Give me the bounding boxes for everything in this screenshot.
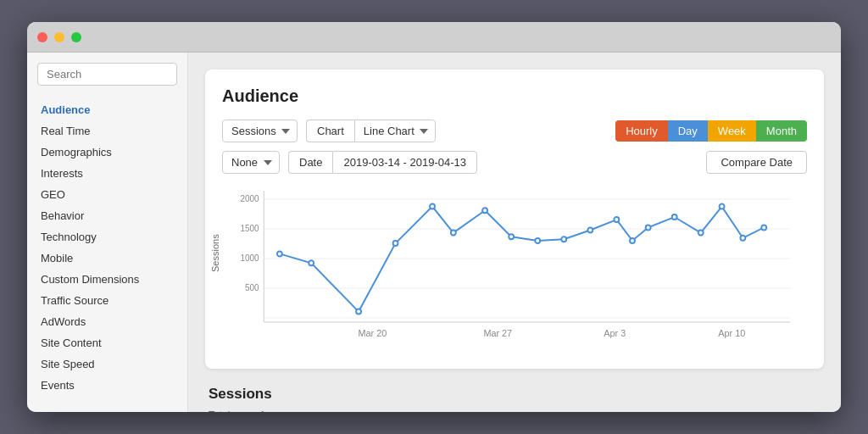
svg-text:1000: 1000: [240, 253, 259, 263]
titlebar: [27, 22, 841, 53]
controls-row-1: Sessions Chart Line Chart Hourly Day Wee…: [222, 120, 807, 142]
sidebar-item-realtime[interactable]: Real Time: [37, 120, 177, 142]
sidebar-item-site-content[interactable]: Site Content: [37, 332, 177, 353]
sidebar-item-geo[interactable]: GEO: [37, 184, 177, 205]
day-button[interactable]: Day: [668, 120, 708, 142]
svg-point-32: [740, 236, 745, 241]
content-area: Audience Real Time Demographics Interest…: [27, 53, 841, 412]
minimize-button[interactable]: [54, 32, 64, 42]
svg-text:1500: 1500: [240, 224, 259, 233]
svg-text:2000: 2000: [240, 194, 259, 203]
sidebar-item-events[interactable]: Events: [37, 375, 177, 396]
svg-point-26: [614, 217, 619, 222]
sessions-section: Sessions Total 28,896 Average 963 Show: [205, 386, 824, 412]
svg-point-31: [720, 204, 725, 209]
svg-point-18: [393, 241, 398, 246]
svg-point-27: [630, 238, 635, 243]
chart-area: Sessions 2000 1500: [222, 182, 807, 352]
average-stat: Average 963: [259, 409, 297, 412]
svg-text:Apr 3: Apr 3: [604, 328, 626, 338]
sidebar-item-behavior[interactable]: Behavior: [37, 205, 177, 226]
svg-point-17: [356, 309, 361, 314]
svg-text:Apr 10: Apr 10: [718, 328, 745, 338]
sessions-stats: Total 28,896 Average 963: [209, 409, 821, 412]
none-dropdown[interactable]: None: [222, 151, 280, 174]
svg-point-28: [646, 225, 651, 230]
app-window: Audience Real Time Demographics Interest…: [27, 22, 841, 412]
week-button[interactable]: Week: [708, 120, 756, 142]
line-chart: 2000 1500 1000 500 Mar 20 Mar 27 Apr 3 A…: [222, 182, 807, 352]
sessions-dropdown[interactable]: Sessions: [222, 120, 298, 142]
search-input[interactable]: [37, 63, 177, 86]
date-label: Date: [288, 151, 332, 174]
close-button[interactable]: [37, 32, 47, 42]
svg-point-15: [277, 251, 282, 256]
svg-point-20: [451, 231, 456, 236]
chart-label: Chart: [306, 120, 354, 142]
sidebar-item-interests[interactable]: Interests: [37, 163, 177, 184]
sidebar-item-technology[interactable]: Technology: [37, 226, 177, 248]
svg-text:Mar 27: Mar 27: [483, 328, 512, 338]
svg-point-22: [509, 234, 514, 239]
chart-type-dropdown[interactable]: Line Chart: [354, 120, 436, 142]
sidebar-item-traffic-source[interactable]: Traffic Source: [37, 290, 177, 311]
date-group: Date 2019-03-14 - 2019-04-13: [288, 151, 477, 174]
controls-row-2: None Date 2019-03-14 - 2019-04-13 Compar…: [222, 151, 807, 174]
chart-y-label: Sessions: [210, 234, 220, 272]
card-title: Audience: [222, 86, 807, 106]
svg-point-24: [561, 236, 566, 242]
total-label: Total: [209, 409, 242, 412]
svg-point-25: [587, 228, 593, 233]
sidebar-item-demographics[interactable]: Demographics: [37, 142, 177, 163]
nav-list: Audience Real Time Demographics Interest…: [37, 99, 177, 396]
svg-text:500: 500: [245, 283, 259, 292]
sidebar-item-audience[interactable]: Audience: [37, 99, 177, 120]
sidebar-item-custom-dimensions[interactable]: Custom Dimensions: [37, 269, 177, 290]
main-content: Audience Sessions Chart Line Chart Hourl…: [188, 53, 841, 412]
time-filter-group: Hourly Day Week Month: [615, 120, 807, 142]
sessions-title: Sessions: [209, 386, 821, 403]
svg-point-23: [535, 238, 540, 243]
audience-card: Audience Sessions Chart Line Chart Hourl…: [205, 70, 824, 369]
svg-point-29: [672, 214, 677, 220]
svg-point-33: [761, 225, 766, 230]
svg-point-30: [698, 231, 704, 236]
sidebar-item-adwords[interactable]: AdWords: [37, 311, 177, 332]
svg-point-16: [309, 260, 314, 265]
chart-type-group: Chart Line Chart: [306, 120, 436, 142]
svg-point-21: [482, 208, 487, 213]
hourly-button[interactable]: Hourly: [615, 120, 668, 142]
month-button[interactable]: Month: [756, 120, 807, 142]
compare-date-button[interactable]: Compare Date: [706, 151, 807, 174]
total-stat: Total 28,896: [209, 409, 242, 412]
svg-text:Mar 20: Mar 20: [359, 328, 387, 338]
sidebar-item-site-speed[interactable]: Site Speed: [37, 353, 177, 375]
sidebar-item-mobile[interactable]: Mobile: [37, 248, 177, 269]
date-range: 2019-03-14 - 2019-04-13: [332, 151, 477, 174]
maximize-button[interactable]: [71, 32, 81, 42]
average-label: Average: [259, 409, 297, 412]
svg-point-19: [430, 204, 435, 209]
sidebar: Audience Real Time Demographics Interest…: [27, 53, 188, 412]
